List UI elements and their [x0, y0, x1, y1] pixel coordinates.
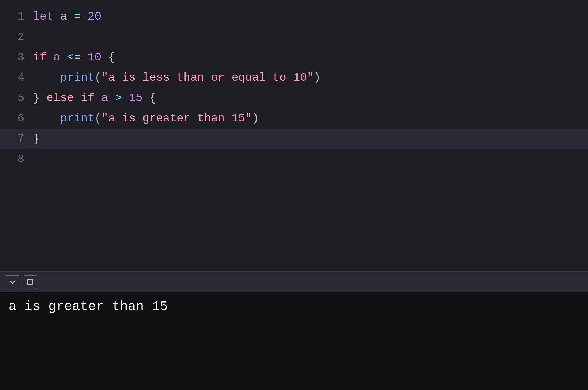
token: else	[46, 91, 74, 105]
token: 10	[88, 51, 101, 64]
output-area: a is greater than 15	[0, 292, 588, 390]
token	[95, 91, 101, 105]
line-number-3: 3	[7, 47, 24, 68]
code-line-5: 5} else if a > 15 {	[0, 88, 588, 108]
code-line-2: 2	[0, 27, 588, 47]
token: {	[142, 91, 156, 105]
line-number-2: 2	[7, 27, 24, 47]
token: if	[81, 91, 94, 105]
token: }	[33, 91, 46, 105]
token	[33, 71, 60, 84]
code-line-3: 3if a <= 10 {	[0, 47, 588, 68]
code-line-8: 8	[0, 149, 588, 169]
token: "a is less than or equal to 10"	[101, 71, 314, 84]
token	[46, 51, 53, 64]
token: =	[74, 10, 81, 23]
line-number-7: 7	[7, 129, 24, 149]
code-content-7: }	[33, 129, 40, 149]
code-content-3: if a <= 10 {	[33, 47, 115, 68]
token: {	[101, 51, 115, 64]
token: (	[95, 112, 101, 125]
svg-rect-0	[28, 280, 33, 285]
token: if	[33, 51, 46, 64]
code-content-4: print("a is less than or equal to 10")	[33, 68, 321, 88]
token: print	[60, 112, 95, 125]
toolbar-btn-square[interactable]	[24, 275, 37, 289]
token: a	[54, 51, 60, 64]
toolbar	[0, 271, 588, 292]
token	[74, 91, 81, 105]
line-number-8: 8	[7, 149, 24, 169]
token: a	[101, 91, 108, 105]
token: a	[54, 10, 74, 23]
line-number-5: 5	[7, 88, 24, 108]
token: )	[252, 112, 259, 125]
token: (	[95, 71, 101, 84]
token: print	[60, 71, 95, 84]
token	[33, 112, 60, 125]
line-number-4: 4	[7, 68, 24, 88]
token: 20	[88, 10, 101, 23]
code-line-6: 6 print("a is greater than 15")	[0, 108, 588, 129]
code-line-7: 7}	[0, 129, 588, 149]
token	[81, 10, 87, 23]
token: let	[33, 10, 54, 23]
code-line-1: 1let a = 20	[0, 6, 588, 27]
code-line-4: 4 print("a is less than or equal to 10")	[0, 68, 588, 88]
toolbar-btn-dropdown[interactable]	[6, 275, 19, 289]
line-number-6: 6	[7, 108, 24, 129]
code-content-6: print("a is greater than 15")	[33, 108, 259, 129]
output-text: a is greater than 15	[9, 299, 168, 314]
token: }	[33, 132, 40, 145]
token: 15	[129, 91, 142, 105]
code-content-1: let a = 20	[33, 6, 101, 27]
line-number-1: 1	[7, 6, 24, 27]
code-content-5: } else if a > 15 {	[33, 88, 156, 108]
token: >	[108, 91, 129, 105]
token: <=	[60, 51, 88, 64]
token: )	[314, 71, 320, 84]
token: "a is greater than 15"	[101, 112, 252, 125]
editor-area: 1let a = 2023if a <= 10 {4 print("a is l…	[0, 0, 588, 271]
